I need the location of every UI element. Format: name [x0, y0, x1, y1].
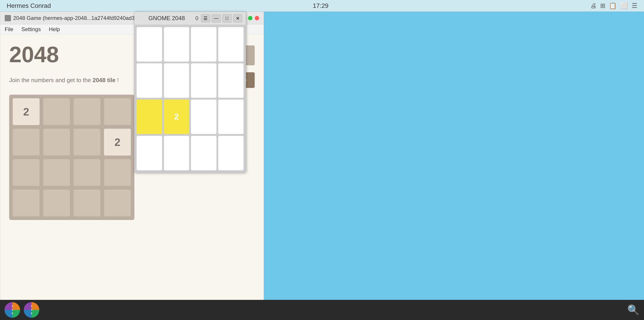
tile-3-2	[74, 190, 100, 216]
gnome-board: 2	[134, 25, 246, 173]
split-icon[interactable]: ⬜	[620, 2, 628, 10]
gnome-tile-2-1: 2	[164, 100, 190, 134]
tile-0-0: 2	[13, 98, 40, 125]
gnome-window: GNOME 2048 0 ☰ — □ ✕ 2	[134, 12, 246, 173]
gnome-tile-3-1	[164, 136, 190, 170]
svg-text:8: 8	[31, 312, 32, 315]
gnome-tile-0-1	[164, 27, 190, 62]
tile-2-2	[74, 159, 100, 186]
tile-1-3: 2	[104, 129, 131, 156]
gnome-title: GNOME 2048	[138, 15, 196, 22]
tile-1-2	[74, 129, 100, 156]
tile-3-3	[104, 190, 131, 216]
search-icon: 🔍	[627, 304, 640, 316]
close-dot[interactable]	[255, 16, 259, 20]
tile-1-1	[43, 129, 70, 156]
clipboard-icon[interactable]: 📋	[609, 2, 617, 10]
taskbar-app-2[interactable]: 2 4 8	[24, 302, 39, 318]
gnome-tile-3-0	[137, 136, 162, 170]
taskbar: 2 4 8 2 4 8 🔍	[0, 300, 644, 320]
gnome-controls: ☰ — □ ✕	[201, 14, 242, 22]
top-bar: Hermes Conrad 17:29 🖨 ⊞ 📋 ⬜ ☰	[0, 0, 644, 12]
gnome-tile-0-2	[191, 27, 216, 62]
gnome-tile-0-0	[137, 27, 162, 62]
gnome-tile-0-3	[218, 27, 244, 62]
menu-settings[interactable]: Settings	[22, 26, 41, 33]
print-icon[interactable]: 🖨	[590, 2, 596, 10]
svg-text:8: 8	[12, 312, 13, 315]
gnome-tile-3-3	[218, 136, 244, 170]
gnome-close-button[interactable]: ✕	[233, 14, 242, 22]
gnome-minimize-button[interactable]: —	[212, 14, 221, 22]
subtitle-suffix: !	[117, 77, 119, 84]
subtitle-text: Join the numbers and get to the 2048 til…	[9, 77, 119, 84]
menu-help[interactable]: Help	[49, 26, 60, 33]
gnome-tile-1-2	[191, 63, 216, 98]
tab-favicon	[5, 15, 11, 21]
gnome-tile-2-2	[191, 100, 216, 134]
menu-icon[interactable]: ☰	[632, 2, 637, 10]
taskbar-apps: 2 4 8 2 4 8	[4, 302, 39, 318]
game-title: 2048	[9, 43, 59, 66]
tile-1-0	[13, 129, 40, 156]
subtitle-bold: 2048 tile	[92, 77, 116, 84]
top-bar-actions: 🖨 ⊞ 📋 ⬜ ☰	[590, 2, 637, 10]
tile-3-0	[13, 190, 40, 216]
gnome-tile-1-3	[218, 63, 244, 98]
svg-text:4: 4	[31, 308, 32, 311]
zoom-dot[interactable]	[248, 16, 252, 20]
svg-text:2: 2	[12, 305, 13, 307]
svg-text:2: 2	[31, 305, 32, 307]
gnome-tile-1-1	[164, 63, 190, 98]
taskbar-search[interactable]: 🔍	[627, 304, 640, 316]
gnome-maximize-button[interactable]: □	[222, 14, 232, 22]
top-bar-clock: 17:29	[313, 2, 328, 10]
svg-text:4: 4	[12, 308, 13, 311]
gnome-titlebar: GNOME 2048 0 ☰ — □ ✕	[134, 12, 246, 25]
tile-2-3	[104, 159, 131, 186]
gnome-tile-2-0	[137, 100, 162, 134]
taskbar-app-1[interactable]: 2 4 8	[4, 302, 20, 318]
tile-2-1	[43, 159, 70, 186]
gnome-hamburger-button[interactable]: ☰	[201, 14, 210, 22]
subtitle-prefix: Join the numbers and get to the	[9, 77, 91, 84]
tile-0-3	[104, 98, 131, 125]
grid-icon[interactable]: ⊞	[600, 2, 605, 10]
top-bar-user: Hermes Conrad	[7, 2, 51, 10]
gnome-tile-3-2	[191, 136, 216, 170]
tile-0-2	[74, 98, 100, 125]
gnome-tile-1-0	[137, 63, 162, 98]
tile-3-1	[43, 190, 70, 216]
gnome-tile-2-3	[218, 100, 244, 134]
game-board: 2 2	[9, 95, 134, 220]
tile-0-1	[43, 98, 70, 125]
gnome-score: 0	[196, 15, 198, 22]
menu-file[interactable]: File	[5, 26, 14, 33]
tile-2-0	[13, 159, 40, 186]
